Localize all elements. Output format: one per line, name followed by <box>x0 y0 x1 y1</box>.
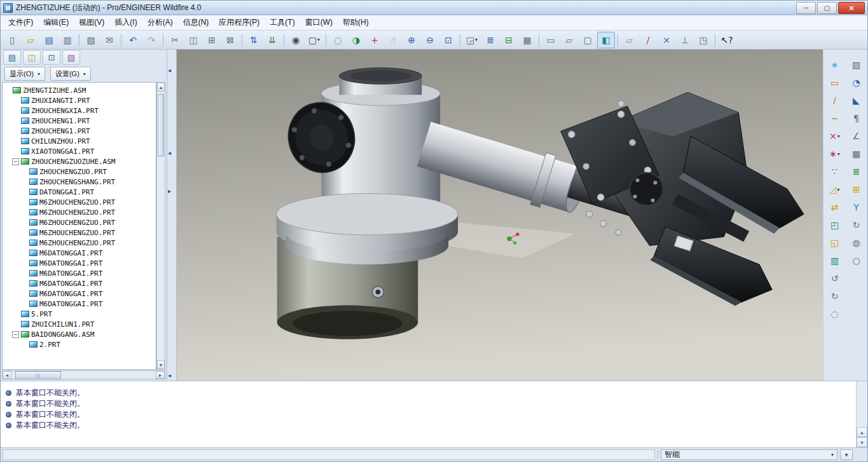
menu-item[interactable]: 插入(I) <box>109 15 142 30</box>
tree-item[interactable]: −M6DATONGGAI.PRT <box>3 278 156 289</box>
refresh-view-icon[interactable]: ◌ <box>826 306 844 322</box>
menu-item[interactable]: 应用程序(P) <box>214 15 265 30</box>
tree-hscroll-track[interactable]: ||| <box>11 371 156 379</box>
tree-item[interactable]: −M6DATONGGAI.PRT <box>3 289 156 299</box>
zoom-in-icon[interactable]: ⊕ <box>403 32 420 48</box>
connections-icon[interactable]: ▧ <box>62 50 80 65</box>
tree-vscroll-track[interactable] <box>157 92 165 360</box>
datum-csys-toggle-icon[interactable]: ⊥ <box>676 32 694 48</box>
regenerate-icon[interactable]: ⇅ <box>245 32 263 48</box>
menu-item[interactable]: 文件(F) <box>3 15 38 30</box>
copy-ref-icon[interactable]: ▨ <box>848 57 865 72</box>
repaint-icon[interactable]: ◌ <box>329 32 347 48</box>
shaded-display-icon[interactable]: ◧ <box>597 32 615 48</box>
message-scroll-up-button[interactable]: ▴ <box>857 427 867 437</box>
saved-views-icon[interactable]: ◲▾ <box>463 32 481 48</box>
tree-item[interactable]: −CHILUNZHOU.PRT <box>3 136 156 146</box>
datum-plane-icon[interactable]: ◣ <box>848 93 865 108</box>
layer-settings-icon[interactable]: ▦ <box>518 32 536 48</box>
scroll-up-button[interactable]: ▴ <box>157 83 165 92</box>
delete-segment-icon[interactable]: ×▾ <box>826 128 844 144</box>
menu-item[interactable]: 视图(V) <box>74 15 109 30</box>
construction-point-icon[interactable]: ∵ <box>826 164 844 179</box>
tree-item[interactable]: −ZHOUCHENG1.PRT <box>3 126 156 136</box>
paste-special-icon[interactable]: ⊠ <box>221 32 239 48</box>
copy-geometry-icon[interactable]: ◰ <box>826 217 844 233</box>
trim-tool-icon-dropdown[interactable]: ▾ <box>837 187 839 193</box>
hidden-line-display-icon[interactable]: ▱ <box>560 32 578 48</box>
trim-tool-icon[interactable]: ◿▾ <box>826 182 844 197</box>
save-icon[interactable]: ▤ <box>40 32 58 48</box>
undo-view-icon[interactable]: ↺ <box>826 271 844 286</box>
tree-item[interactable]: −ZHUICHILUN1.PRT <box>3 319 156 329</box>
copy-icon[interactable]: ◫ <box>184 32 202 48</box>
menu-item[interactable]: 帮助(H) <box>338 15 374 30</box>
spline-tool-icon[interactable]: ∼ <box>826 111 844 126</box>
scroll-left-button[interactable]: ◂ <box>3 371 11 379</box>
menu-item[interactable]: 分析(A) <box>142 15 178 30</box>
annotation-icon[interactable]: ¶ <box>848 111 865 126</box>
mail-icon[interactable]: ✉ <box>100 32 118 48</box>
tree-item[interactable]: −XIAOTONGGAI.PRT <box>3 146 156 156</box>
tree-item[interactable]: −M6ZHOUCHENGZUO.PRT <box>3 197 156 207</box>
sphere-view-icon[interactable]: ○ <box>848 253 865 268</box>
tree-hscroll-thumb[interactable]: ||| <box>15 371 61 379</box>
delete-segment-icon-dropdown[interactable]: ▾ <box>837 133 840 139</box>
collapse-bottom-arrow[interactable]: ◂ <box>168 372 171 379</box>
refit-icon[interactable]: ⊡ <box>439 32 457 48</box>
rectangle-tool-icon[interactable]: ▭ <box>826 75 844 90</box>
spin-center-icon[interactable]: + <box>366 32 383 48</box>
new-file-icon[interactable]: ▯ <box>3 32 21 48</box>
view-orient-icon[interactable]: ↻ <box>848 217 865 233</box>
selection-filter-combo[interactable]: 智能 ▾ <box>661 449 837 460</box>
add-component-icon[interactable]: ⊞ <box>848 182 865 197</box>
tree-item[interactable]: −M6ZHOUCHENGZUO.PRT <box>3 207 156 217</box>
tree-hscrollbar[interactable]: ◂ ||| ▸ <box>2 370 165 379</box>
find-icon[interactable]: ◉ <box>287 32 305 48</box>
tree-expander[interactable]: − <box>12 331 19 338</box>
select-filter-icon-dropdown[interactable]: ▾ <box>317 37 320 43</box>
shade-icon[interactable]: ◑ <box>347 32 365 48</box>
tree-item[interactable]: −ZHUXIANGTI.PRT <box>3 95 156 105</box>
shade-circle-icon[interactable]: ◍ <box>848 235 865 250</box>
saved-views-icon-dropdown[interactable]: ▾ <box>475 37 478 43</box>
model-tree-icon[interactable]: ▤ <box>3 50 21 65</box>
tree-item[interactable]: −ZHOUCHENGSHANG.PRT <box>3 177 156 187</box>
menu-item[interactable]: 窗口(W) <box>300 15 338 30</box>
regen-manager-icon[interactable]: ⇊ <box>263 32 281 48</box>
publish-geometry-icon[interactable]: ◱ <box>826 235 844 250</box>
menu-item[interactable]: 编辑(E) <box>38 15 74 30</box>
copy-model-icon[interactable]: ▨ <box>82 32 100 48</box>
menu-item[interactable]: 工具(T) <box>265 15 300 30</box>
annotations-toggle-icon[interactable]: ◳ <box>694 32 712 48</box>
panel-splitter[interactable]: ◂◂▸◂ <box>167 50 177 381</box>
tree-item[interactable]: −M6ZHOUCHENGZUO.PRT <box>3 238 156 248</box>
minimize-button[interactable]: ─ <box>796 2 816 14</box>
open-file-icon[interactable]: ▱ <box>22 32 39 48</box>
table-icon[interactable]: ▦ <box>848 146 865 161</box>
message-scroll-down-button[interactable]: ▾ <box>857 437 867 447</box>
context-help-icon[interactable]: ↖? <box>718 32 736 48</box>
zoom-out-icon[interactable]: ⊖ <box>421 32 439 48</box>
print-icon[interactable]: ▥ <box>59 32 76 48</box>
datum-points-toggle-icon[interactable]: × <box>658 32 675 48</box>
measure-icon[interactable]: ◔ <box>848 75 865 90</box>
tree-item[interactable]: −ZHOUCHENGZUOZUHE.ASM <box>3 156 156 166</box>
wireframe-display-icon[interactable]: ▭ <box>542 32 560 48</box>
settings-dropdown-button[interactable]: 设置(G) ▾ <box>50 67 91 81</box>
maximize-button[interactable]: ▢ <box>817 2 837 14</box>
tree-item[interactable]: −ZHOUCHENG1.PRT <box>3 116 156 126</box>
splitter-handle-arrow[interactable]: ◂ <box>168 150 171 156</box>
folder-browser-icon[interactable]: ◫ <box>23 50 41 65</box>
tree-item[interactable]: −M6ZHOUCHENGZUO.PRT <box>3 228 156 238</box>
datum-planes-toggle-icon[interactable]: ▱ <box>621 32 638 48</box>
tree-item[interactable]: −M6ZHOUCHENGZUO.PRT <box>3 217 156 228</box>
tree-vscroll-thumb[interactable] <box>158 94 164 156</box>
mirror-tool-icon[interactable]: ⇄ <box>826 200 844 215</box>
close-button[interactable]: × <box>838 2 865 14</box>
component-tree-icon[interactable]: Y <box>848 200 865 215</box>
undo-icon[interactable]: ↶ <box>124 32 142 48</box>
line-tool-icon[interactable]: ∕ <box>826 93 844 108</box>
tree-item[interactable]: −5.PRT <box>3 309 156 319</box>
3d-viewport-canvas[interactable] <box>177 50 823 381</box>
